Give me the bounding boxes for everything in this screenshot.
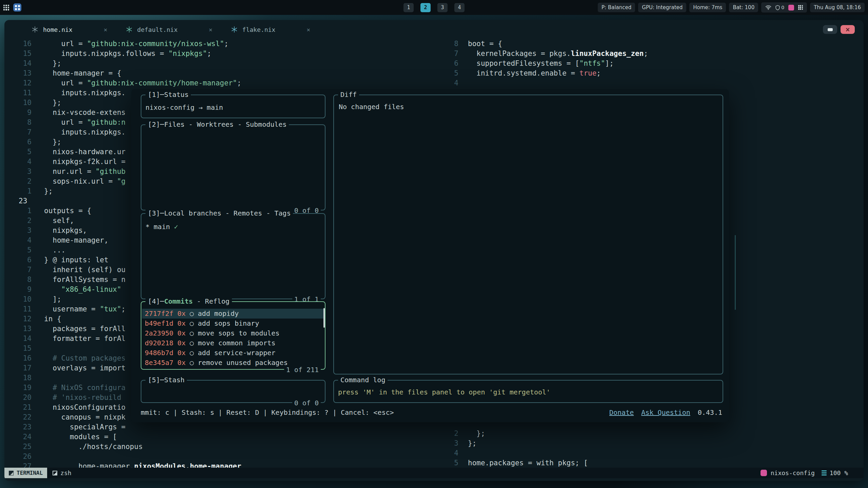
line-number: 21 (4, 403, 32, 412)
panel-title: Diff (338, 90, 359, 99)
pane-icon (53, 471, 57, 475)
tray-app-icon[interactable] (788, 5, 794, 11)
line-number: 13 (4, 68, 32, 78)
shield-icon[interactable] (775, 5, 780, 10)
tray-grid-icon[interactable] (798, 5, 803, 10)
power-profile-indicator[interactable]: P: Balanced (598, 3, 635, 12)
lazygit-command-log-panel[interactable]: Command log press 'M' in the files panel… (333, 380, 723, 403)
app-launcher-icon[interactable] (3, 5, 9, 11)
line-number: 8 (4, 118, 32, 127)
command-log-content: press 'M' in the files panel to open 'gi… (334, 381, 723, 396)
pane-scrollbar (735, 235, 736, 310)
commit-row[interactable]: 2a23950 0x ○ move sops to modules (142, 328, 324, 338)
shell-tab[interactable]: zsh (47, 469, 77, 476)
line-number: 12 (4, 314, 32, 324)
line-number: 4 (448, 78, 458, 88)
line-number: 5 (4, 245, 32, 255)
line-number: 3 (4, 167, 32, 177)
line-number: 12 (4, 78, 32, 88)
line-number: 4 (4, 157, 32, 167)
line-number: 1 (4, 206, 32, 216)
line-number: 23 (4, 196, 32, 206)
code-line: 7 kernelPackages = pkgs.linuxPackages_ze… (448, 49, 648, 59)
line-number: 20 (4, 393, 32, 403)
line-number: 6 (448, 59, 458, 68)
session-icon (761, 470, 767, 476)
lazygit-commits-panel[interactable]: [4]─Commits - Reflog 2717f2f 0x ○ add mo… (141, 301, 326, 370)
line-number: 10 (4, 98, 32, 108)
desktop: { "topbar": { "workspaces": ["1","2","3"… (0, 0, 868, 488)
editor-pane-right-top[interactable]: 8boot = {7 kernelPackages = pkgs.linuxPa… (448, 39, 648, 88)
code-line: 26 (4, 452, 455, 462)
session-indicator: nixos-config (761, 469, 815, 476)
panel-title: [5]─Stash (145, 376, 187, 384)
panel-title: [1]─Status (145, 90, 191, 99)
line-number: 27 (4, 462, 32, 468)
commit-list: 2717f2f 0x ○ add mopidyb49ef1d 0x ○ add … (142, 309, 324, 368)
line-number: 22 (4, 412, 32, 422)
code-line: 4 (448, 78, 648, 88)
status-bar: TERMINAL zsh nixos-config 100 % (4, 468, 864, 478)
line-number: 26 (4, 452, 32, 462)
ask-question-link[interactable]: Ask Question (641, 408, 690, 416)
line-number: 4 (448, 448, 458, 458)
line-number: 5 (448, 458, 458, 468)
editor-pane-right-bottom[interactable]: 2 };3};45home.packages = with pkgs; [ (448, 429, 588, 468)
lazygit-status-panel[interactable]: [1]─Status nixos-config → main (141, 95, 326, 118)
donate-link[interactable]: Donate (609, 408, 634, 416)
wifi-icon[interactable] (765, 5, 771, 10)
lazygit-diff-panel[interactable]: Diff No changed files (333, 95, 723, 374)
line-number: 2 (448, 429, 458, 439)
commit-row[interactable]: 2717f2f 0x ○ add mopidy (142, 309, 324, 319)
lazygit-bottom-bar: mmit: c | Stash: s | Reset: D | Keybindi… (141, 408, 722, 416)
code-line: 27 home-manager.nixosModules.home-manage… (4, 462, 455, 468)
app-logo-icon[interactable] (13, 3, 21, 12)
lazygit-files-panel[interactable]: [2]─Files - Worktrees - Submodules 0 of … (141, 124, 326, 210)
line-number: 24 (4, 432, 32, 442)
code-line: 8boot = { (448, 39, 648, 49)
commits-scrollbar[interactable] (323, 308, 325, 328)
line-number: 7 (4, 265, 32, 275)
workspace-4[interactable]: 4 (454, 3, 465, 12)
panel-title: Command log (338, 376, 388, 384)
line-number: 15 (4, 344, 32, 353)
check-icon: ✓ (174, 223, 178, 231)
lazygit-popup: [1]─Status nixos-config → main [2]─Files… (131, 89, 729, 422)
lazygit-stash-panel[interactable]: [5]─Stash 0 of 0 (141, 380, 326, 403)
shield-count: 0 (781, 5, 784, 10)
code-line: 16 url = "github:nix-community/nixos-wsl… (4, 39, 455, 49)
code-line: 15 inputs.nixpkgs.follows = "nixpkgs"; (4, 49, 455, 59)
line-number: 2 (4, 216, 32, 226)
commit-row[interactable]: d920218 0x ○ move common imports (142, 338, 324, 348)
line-number: 23 (4, 422, 32, 432)
line-number: 2 (4, 177, 32, 186)
line-number: 16 (4, 39, 32, 49)
line-number: 10 (4, 294, 32, 304)
diff-content: No changed files (334, 95, 723, 111)
line-number: 18 (4, 373, 32, 383)
line-number: 4 (4, 236, 32, 245)
mode-label: TERMINAL (17, 470, 43, 476)
commit-row[interactable]: b49ef1d 0x ○ add sops binary (142, 319, 324, 328)
latency-indicator: Home: 7ms (689, 3, 726, 12)
lazygit-branches-panel[interactable]: [3]─Local branches - Remotes - Tags * ma… (141, 213, 326, 299)
code-line: 2 }; (448, 429, 588, 439)
top-bar: 1 2 3 4 P: Balanced GPU: Integrated Home… (0, 0, 868, 15)
code-line: 3}; (448, 439, 588, 448)
line-number: 16 (4, 353, 32, 363)
line-number: 19 (4, 383, 32, 393)
mode-badge: TERMINAL (4, 468, 47, 478)
shell-tab-label: zsh (60, 469, 72, 476)
editor-area: 16 url = "github:nix-community/nixos-wsl… (4, 20, 864, 468)
workspace-3[interactable]: 3 (437, 3, 448, 12)
line-number: 25 (4, 442, 32, 452)
line-number: 6 (4, 255, 32, 265)
session-name: nixos-config (771, 469, 815, 476)
code-line: 24 modules = [ (4, 432, 455, 442)
panel-title: [2]─Files - Worktrees - Submodules (145, 120, 289, 128)
commit-row[interactable]: 9486b7d 0x ○ add service-wrapper (142, 348, 324, 358)
line-number: 1 (4, 186, 32, 196)
line-number: 9 (4, 108, 32, 118)
workspace-1[interactable]: 1 (403, 3, 414, 12)
workspace-2[interactable]: 2 (420, 3, 431, 12)
